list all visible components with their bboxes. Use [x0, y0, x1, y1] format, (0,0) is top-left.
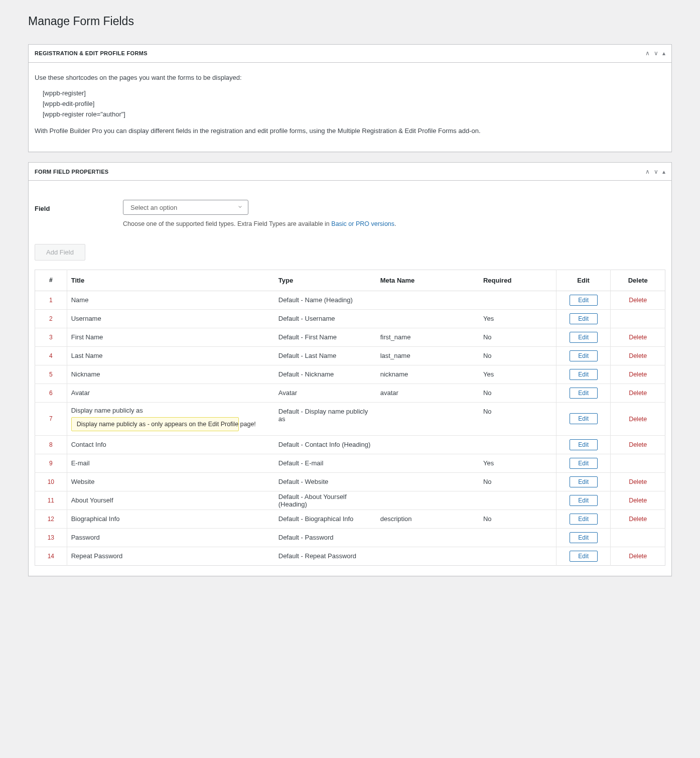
row-required — [479, 528, 556, 547]
row-meta-name — [376, 309, 479, 328]
row-number: 11 — [35, 491, 67, 510]
row-number: 10 — [35, 472, 67, 491]
edit-button[interactable]: Edit — [570, 332, 598, 343]
row-type: Default - Name (Heading) — [274, 291, 376, 309]
row-required — [479, 291, 556, 309]
row-delete-cell — [611, 454, 665, 472]
table-row: 2UsernameDefault - UsernameYesEdit — [35, 309, 665, 328]
row-delete-cell: Delete — [611, 435, 665, 454]
move-down-icon[interactable]: ∨ — [654, 50, 658, 56]
row-title: First Name — [67, 328, 274, 346]
row-type: Default - Username — [274, 309, 376, 328]
row-title: Nickname — [67, 365, 274, 384]
move-up-icon[interactable]: ∧ — [645, 50, 650, 56]
edit-button[interactable]: Edit — [570, 532, 598, 543]
add-field-button[interactable]: Add Field — [35, 244, 85, 261]
panel-controls: ∧ ∨ ▴ — [645, 169, 665, 175]
move-up-icon[interactable]: ∧ — [645, 169, 650, 175]
col-header-num: # — [35, 270, 67, 291]
row-required: No — [479, 472, 556, 491]
edit-button[interactable]: Edit — [570, 458, 598, 469]
col-header-title: Title — [67, 270, 274, 291]
row-edit-cell: Edit — [556, 435, 611, 454]
delete-link[interactable]: Delete — [629, 553, 647, 560]
row-edit-cell: Edit — [556, 346, 611, 365]
row-edit-cell: Edit — [556, 384, 611, 402]
table-row: 1NameDefault - Name (Heading)EditDelete — [35, 291, 665, 309]
delete-link[interactable]: Delete — [629, 390, 647, 397]
shortcodes-intro: Use these shortcodes on the pages you wa… — [35, 73, 665, 83]
shortcode-item: [wppb-register] — [43, 88, 665, 99]
row-number: 1 — [35, 291, 67, 309]
row-title: Username — [67, 309, 274, 328]
panel-footer-note: With Profile Builder Pro you can display… — [35, 126, 665, 136]
edit-button[interactable]: Edit — [570, 551, 598, 562]
table-row: 14Repeat PasswordDefault - Repeat Passwo… — [35, 547, 665, 565]
row-meta-name — [376, 528, 479, 547]
edit-button[interactable]: Edit — [570, 313, 598, 324]
row-required — [479, 491, 556, 510]
row-edit-cell: Edit — [556, 491, 611, 510]
edit-button[interactable]: Edit — [570, 369, 598, 380]
collapse-icon[interactable]: ▴ — [662, 50, 665, 56]
row-type: Default - E-mail — [274, 454, 376, 472]
row-required: No — [479, 510, 556, 528]
row-delete-cell: Delete — [611, 291, 665, 309]
panel-header: FORM FIELD PROPERTIES ∧ ∨ ▴ — [29, 163, 671, 181]
panel-controls: ∧ ∨ ▴ — [645, 50, 665, 56]
table-row: 10WebsiteDefault - WebsiteNoEditDelete — [35, 472, 665, 491]
row-number: 3 — [35, 328, 67, 346]
row-delete-cell: Delete — [611, 472, 665, 491]
panel-heading: REGISTRATION & EDIT PROFILE FORMS — [35, 50, 645, 56]
edit-button[interactable]: Edit — [570, 439, 598, 450]
col-header-required: Required — [479, 270, 556, 291]
row-meta-name — [376, 402, 479, 435]
row-number: 4 — [35, 346, 67, 365]
panel-form-field-properties: FORM FIELD PROPERTIES ∧ ∨ ▴ Field Select… — [28, 162, 672, 576]
move-down-icon[interactable]: ∨ — [654, 169, 658, 175]
row-delete-cell — [611, 528, 665, 547]
delete-link[interactable]: Delete — [629, 478, 647, 485]
edit-button[interactable]: Edit — [570, 413, 598, 424]
row-meta-name — [376, 435, 479, 454]
delete-link[interactable]: Delete — [629, 416, 647, 423]
table-row: 12Biographical InfoDefault - Biographica… — [35, 510, 665, 528]
row-meta-name: last_name — [376, 346, 479, 365]
edit-button[interactable]: Edit — [570, 295, 598, 306]
row-title: Contact Info — [67, 435, 274, 454]
row-edit-cell: Edit — [556, 291, 611, 309]
pro-versions-link[interactable]: Basic or PRO versions — [331, 220, 394, 227]
delete-link[interactable]: Delete — [629, 371, 647, 378]
panel-body: Use these shortcodes on the pages you wa… — [29, 63, 671, 152]
page-title: Manage Form Fields — [28, 14, 672, 29]
delete-link[interactable]: Delete — [629, 441, 647, 448]
row-number: 2 — [35, 309, 67, 328]
delete-link[interactable]: Delete — [629, 297, 647, 304]
row-title: Biographical Info — [67, 510, 274, 528]
field-type-select[interactable]: Select an option — [123, 200, 248, 215]
edit-button[interactable]: Edit — [570, 514, 598, 525]
delete-link[interactable]: Delete — [629, 516, 647, 523]
edit-button[interactable]: Edit — [570, 350, 598, 361]
delete-link[interactable]: Delete — [629, 497, 647, 504]
delete-link[interactable]: Delete — [629, 334, 647, 341]
row-meta-name: avatar — [376, 384, 479, 402]
field-row: Field Select an option Choose one of the… — [35, 191, 665, 229]
panel-body: Field Select an option Choose one of the… — [29, 181, 671, 576]
edit-button[interactable]: Edit — [570, 388, 598, 399]
row-type: Default - Display name publicly as — [274, 402, 376, 435]
row-title: Repeat Password — [67, 547, 274, 565]
table-row: 3First NameDefault - First Namefirst_nam… — [35, 328, 665, 346]
row-required: No — [479, 346, 556, 365]
collapse-icon[interactable]: ▴ — [662, 169, 665, 175]
row-number: 8 — [35, 435, 67, 454]
row-required — [479, 435, 556, 454]
delete-link[interactable]: Delete — [629, 352, 647, 359]
shortcode-item: [wppb-edit-profile] — [43, 99, 665, 109]
row-meta-name — [376, 491, 479, 510]
row-delete-cell: Delete — [611, 491, 665, 510]
edit-button[interactable]: Edit — [570, 476, 598, 487]
edit-button[interactable]: Edit — [570, 495, 598, 506]
field-help-text: Choose one of the supported field types.… — [123, 220, 665, 229]
field-label: Field — [35, 200, 123, 212]
